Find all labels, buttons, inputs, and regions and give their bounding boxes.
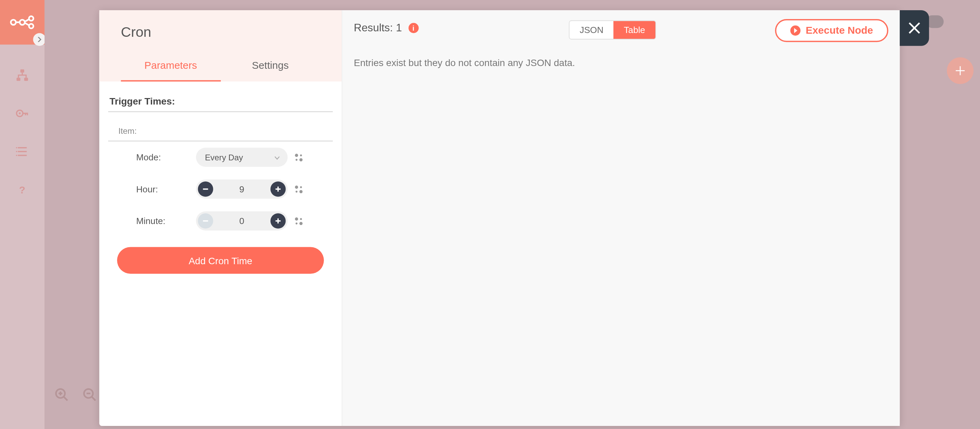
svg-point-12 (16, 147, 18, 148)
main-sidebar: ? (0, 0, 45, 429)
svg-point-13 (16, 151, 18, 152)
tab-settings[interactable]: Settings (221, 52, 320, 81)
mode-row: Mode: Every Day (108, 141, 333, 173)
svg-point-3 (29, 24, 33, 28)
minute-options-icon[interactable] (293, 215, 304, 227)
svg-line-21 (92, 397, 95, 400)
trigger-times-label: Trigger Times: (108, 96, 333, 112)
svg-point-11 (19, 112, 21, 115)
node-output-panel: Results: 1 i JSON Table Execute Node Ent… (342, 10, 900, 426)
hour-row: Hour: 9 (108, 173, 333, 205)
credentials-icon[interactable] (14, 105, 30, 121)
hour-decrement-button[interactable] (198, 182, 213, 197)
svg-point-14 (16, 155, 18, 156)
minute-row: Minute: 0 (108, 205, 333, 237)
mode-value: Every Day (205, 153, 243, 162)
results-count: Results: 1 (354, 22, 402, 34)
config-tabs: Parameters Settings (121, 52, 320, 81)
svg-point-26 (300, 154, 302, 156)
n8n-logo-icon (10, 14, 35, 30)
svg-point-34 (296, 191, 298, 193)
zoom-out-icon[interactable] (82, 387, 99, 404)
hour-input[interactable]: 9 (196, 179, 288, 198)
zoom-in-icon[interactable] (54, 387, 71, 404)
hour-value: 9 (239, 184, 244, 194)
execute-label: Execute Node (806, 25, 873, 37)
svg-point-41 (296, 223, 298, 225)
info-icon[interactable]: i (408, 23, 418, 33)
svg-rect-7 (21, 69, 24, 73)
hour-options-icon[interactable] (293, 183, 304, 195)
view-table-tab[interactable]: Table (614, 21, 655, 39)
logo-tab[interactable] (0, 0, 45, 45)
svg-point-27 (296, 159, 298, 161)
svg-point-1 (20, 20, 25, 25)
view-toggle: JSON Table (569, 21, 656, 40)
add-cron-time-button[interactable]: Add Cron Time (117, 247, 324, 274)
svg-point-42 (299, 222, 302, 225)
svg-line-5 (25, 19, 29, 21)
hour-label: Hour: (136, 184, 191, 194)
help-icon[interactable]: ? (14, 182, 30, 198)
svg-point-33 (300, 186, 302, 188)
svg-point-39 (295, 218, 298, 221)
mode-options-icon[interactable] (293, 152, 304, 163)
svg-point-28 (299, 158, 302, 161)
node-editor-modal: Cron Parameters Settings Trigger Times: … (99, 10, 900, 426)
hour-increment-button[interactable] (270, 182, 286, 197)
svg-line-6 (25, 23, 29, 25)
add-node-button[interactable] (947, 57, 974, 84)
svg-point-25 (295, 154, 298, 157)
close-icon (907, 21, 921, 35)
svg-point-40 (300, 218, 302, 220)
executions-icon[interactable] (14, 144, 30, 159)
mode-label: Mode: (136, 152, 191, 163)
svg-text:?: ? (19, 184, 25, 195)
minute-input[interactable]: 0 (196, 211, 288, 231)
tab-parameters[interactable]: Parameters (121, 52, 221, 81)
view-json-tab[interactable]: JSON (570, 21, 614, 39)
svg-rect-9 (24, 78, 28, 81)
minute-increment-button[interactable] (270, 213, 286, 228)
node-parameters-panel: Cron Parameters Settings Trigger Times: … (99, 10, 342, 426)
workflows-icon[interactable] (14, 67, 30, 83)
svg-point-32 (295, 185, 298, 189)
chevron-down-icon (274, 154, 280, 161)
minute-value: 0 (239, 216, 244, 226)
svg-rect-8 (17, 78, 21, 81)
minute-label: Minute: (136, 216, 191, 226)
empty-results-message: Entries exist but they do not contain an… (354, 57, 888, 68)
mode-select[interactable]: Every Day (196, 148, 288, 167)
play-icon (791, 26, 801, 36)
expand-sidebar-icon[interactable] (33, 33, 46, 46)
item-label: Item: (108, 117, 333, 141)
svg-point-2 (29, 16, 33, 21)
execute-node-button[interactable]: Execute Node (775, 19, 888, 42)
close-button[interactable] (900, 10, 929, 46)
svg-point-0 (11, 20, 16, 25)
minute-decrement-button[interactable] (198, 213, 213, 228)
node-title: Cron (121, 24, 320, 41)
svg-point-35 (299, 190, 302, 193)
svg-line-17 (64, 397, 67, 400)
